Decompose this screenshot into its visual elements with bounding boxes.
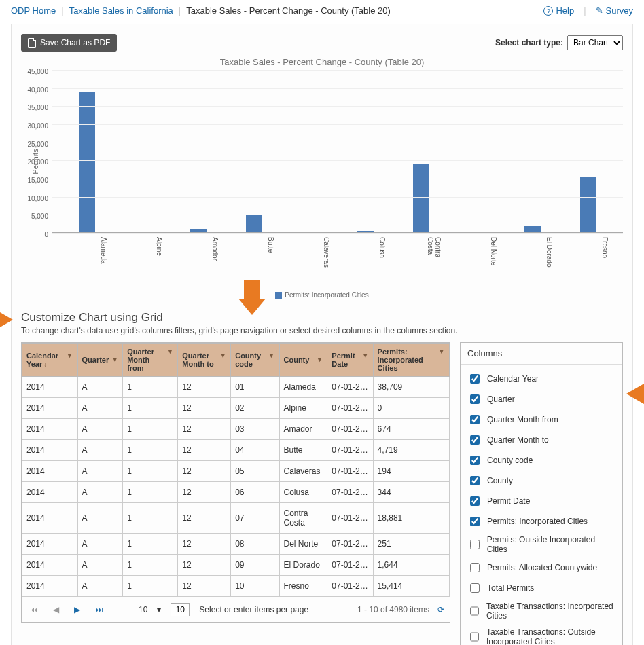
column-checkbox[interactable] (470, 517, 480, 526)
filter-icon[interactable]: ▼ (111, 356, 118, 363)
column-header[interactable]: Permit Date▼ (327, 344, 373, 377)
gridline (52, 215, 623, 215)
column-label: Taxable Transactions: Outside Incorporat… (486, 627, 615, 645)
bar[interactable] (357, 231, 374, 232)
pager-page-size-caret[interactable]: ▾ (157, 605, 161, 614)
breadcrumb-home[interactable]: ODP Home (11, 5, 56, 16)
table-cell: 1 (123, 503, 178, 534)
table-cell: 07-01-2… (327, 555, 373, 576)
filter-icon[interactable]: ▼ (316, 356, 323, 363)
table-row[interactable]: 2014A11203Amador07-01-2…674 (22, 419, 450, 440)
column-checkbox[interactable] (470, 583, 480, 593)
table-row[interactable]: 2014A11210Fresno07-01-2…15,414 (22, 576, 450, 597)
column-header[interactable]: County▼ (279, 344, 327, 377)
column-checkbox[interactable] (470, 415, 480, 424)
table-row[interactable]: 2014A11202Alpine07-01-2…0 (22, 398, 450, 419)
table-row[interactable]: 2014A11205Calaveras07-01-2…194 (22, 461, 450, 482)
save-pdf-button[interactable]: Save Chart as PDF (21, 34, 117, 52)
column-header[interactable]: County code▼ (231, 344, 279, 377)
bar[interactable] (79, 92, 95, 232)
column-toggle[interactable]: Taxable Transactions: Incorporated Citie… (467, 598, 615, 624)
chart-type-select[interactable]: Bar Chart (567, 35, 623, 50)
column-header[interactable]: Calendar Year↓▼ (22, 344, 78, 377)
column-toggle[interactable]: County (467, 471, 615, 491)
column-toggle[interactable]: Permit Date (467, 491, 615, 511)
column-checkbox[interactable] (470, 496, 480, 506)
pager-last-button[interactable]: ⏭ (92, 604, 106, 616)
column-header[interactable]: Permits: Incorporated Cities▼ (373, 344, 449, 377)
filter-icon[interactable]: ▼ (362, 352, 369, 359)
gridline (52, 88, 623, 89)
table-cell: 1 (123, 419, 178, 440)
bar[interactable] (135, 232, 151, 232)
column-checkbox[interactable] (470, 606, 479, 616)
table-row[interactable]: 2014A11204Butte07-01-2…4,719 (22, 440, 450, 461)
gridline (52, 160, 623, 161)
column-checkbox[interactable] (470, 394, 480, 404)
bar[interactable] (302, 232, 318, 232)
table-row[interactable]: 2014A11206Colusa07-01-2…344 (22, 482, 450, 503)
help-link[interactable]: ? Help (543, 5, 574, 16)
table-row[interactable]: 2014A11208Del Norte07-01-2…251 (22, 534, 450, 555)
gridline (52, 106, 623, 107)
table-cell: A (77, 377, 123, 398)
pager-page-size-input[interactable] (171, 603, 190, 616)
pager-refresh-button[interactable]: ⟳ (437, 605, 444, 614)
y-tick: 20,000 (26, 158, 48, 162)
column-toggle[interactable]: Permits: Allocated Countywide (467, 557, 615, 578)
filter-icon[interactable]: ▼ (438, 348, 445, 355)
survey-link[interactable]: ✎ Survey (596, 5, 633, 16)
column-checkbox[interactable] (470, 540, 480, 549)
column-checkbox[interactable] (470, 563, 480, 572)
chart-bars (52, 70, 623, 232)
column-header-label: Quarter Month to (182, 352, 217, 368)
table-cell: 1 (123, 555, 178, 576)
filter-icon[interactable]: ▼ (268, 352, 275, 359)
filter-icon[interactable]: ▼ (67, 352, 73, 359)
column-toggle[interactable]: Quarter Month to (467, 430, 615, 450)
pager-first-button[interactable]: ⏮ (27, 604, 41, 616)
column-toggle[interactable]: Quarter Month from (467, 409, 615, 430)
filter-icon[interactable]: ▼ (166, 348, 173, 355)
table-cell: 07-01-2… (327, 377, 373, 398)
bar[interactable] (469, 232, 485, 232)
table-cell: 2014 (22, 576, 78, 597)
toplinks-sep: | (584, 5, 586, 16)
column-checkbox[interactable] (470, 476, 480, 485)
breadcrumb-mid[interactable]: Taxable Sales in California (69, 5, 173, 16)
columns-header: Columns (461, 343, 622, 365)
pager-prev-button[interactable]: ◀ (50, 604, 62, 616)
bar[interactable] (246, 215, 262, 232)
column-header[interactable]: Quarter▼ (77, 344, 123, 377)
column-toggle[interactable]: Quarter (467, 389, 615, 409)
column-checkbox[interactable] (470, 632, 479, 642)
table-row[interactable]: 2014A11209El Dorado07-01-2…1,644 (22, 555, 450, 576)
column-toggle[interactable]: Total Permits (467, 578, 615, 598)
column-toggle[interactable]: Permits: Incorporated Cities (467, 511, 615, 532)
table-cell: 2014 (22, 482, 78, 503)
column-toggle[interactable]: Calendar Year (467, 369, 615, 389)
table-cell: 07-01-2… (327, 576, 373, 597)
column-header[interactable]: Quarter Month to▼ (178, 344, 231, 377)
bar[interactable] (524, 226, 541, 232)
filter-icon[interactable]: ▼ (219, 352, 226, 359)
table-row[interactable]: 2014A11207Contra Costa07-01-2…18,881 (22, 503, 450, 534)
table-row[interactable]: 2014A11201Alameda07-01-2…38,709 (22, 377, 450, 398)
pager-next-button[interactable]: ▶ (71, 604, 83, 616)
annotation-arrow-right (626, 382, 644, 405)
table-cell: 07-01-2… (327, 419, 373, 440)
column-checkbox[interactable] (470, 456, 480, 465)
bar[interactable] (413, 164, 429, 232)
sort-icon: ↓ (43, 361, 47, 368)
column-toggle[interactable]: Permits: Outside Incorporated Cities (467, 532, 615, 557)
column-checkbox[interactable] (470, 435, 480, 445)
column-checkbox[interactable] (470, 374, 480, 384)
bar[interactable] (190, 229, 207, 232)
column-toggle[interactable]: County code (467, 450, 615, 471)
bar[interactable] (580, 177, 596, 232)
table-cell: 07 (231, 503, 279, 534)
table-cell: A (77, 461, 123, 482)
column-toggle[interactable]: Taxable Transactions: Outside Incorporat… (467, 624, 615, 645)
table-cell: 0 (373, 398, 449, 419)
column-header[interactable]: Quarter Month from▼ (123, 344, 178, 377)
